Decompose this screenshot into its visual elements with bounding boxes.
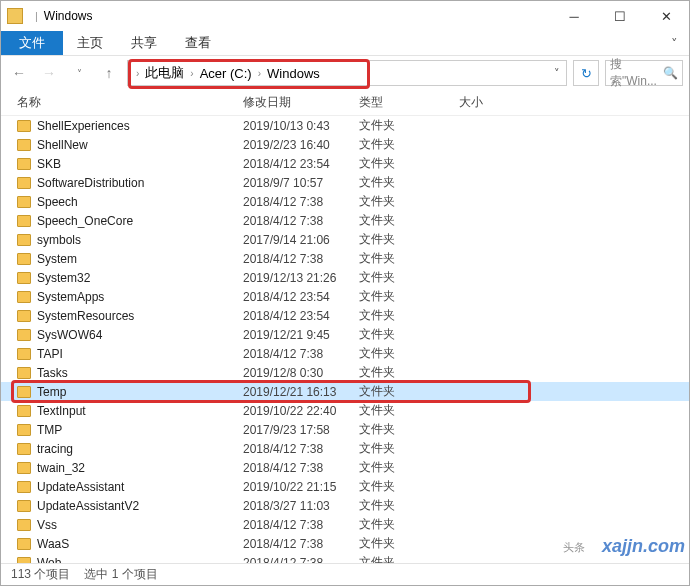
- file-date: 2017/9/14 21:06: [243, 233, 359, 247]
- table-row[interactable]: WaaS2018/4/12 7:38文件夹: [1, 534, 689, 553]
- file-date: 2019/2/23 16:40: [243, 138, 359, 152]
- file-date: 2019/12/21 16:13: [243, 385, 359, 399]
- explorer-window: | Windows ─ ☐ ✕ 文件 主页 共享 查看 ˅ ← → ˅ ↑ › …: [0, 0, 690, 586]
- folder-icon: [17, 291, 31, 303]
- table-row[interactable]: TMP2017/9/23 17:58文件夹: [1, 420, 689, 439]
- recent-dropdown-icon[interactable]: ˅: [67, 61, 91, 85]
- crumb-root[interactable]: 此电脑: [141, 64, 188, 82]
- folder-icon: [17, 443, 31, 455]
- tab-share[interactable]: 共享: [117, 31, 171, 55]
- file-date: 2019/12/21 9:45: [243, 328, 359, 342]
- file-type: 文件夹: [359, 497, 459, 514]
- crumb-drive[interactable]: Acer (C:): [196, 66, 256, 81]
- nav-row: ← → ˅ ↑ › 此电脑 › Acer (C:) › Windows ˅ ↻ …: [1, 56, 689, 90]
- folder-icon: [17, 500, 31, 512]
- col-date[interactable]: 修改日期: [243, 94, 359, 111]
- folder-icon: [7, 8, 23, 24]
- file-name: TAPI: [37, 347, 243, 361]
- close-button[interactable]: ✕: [643, 1, 689, 31]
- address-bar[interactable]: › 此电脑 › Acer (C:) › Windows ˅: [127, 60, 567, 86]
- file-name: Vss: [37, 518, 243, 532]
- file-date: 2018/4/12 23:54: [243, 290, 359, 304]
- file-name: twain_32: [37, 461, 243, 475]
- file-type: 文件夹: [359, 516, 459, 533]
- table-row[interactable]: tracing2018/4/12 7:38文件夹: [1, 439, 689, 458]
- file-name: UpdateAssistantV2: [37, 499, 243, 513]
- file-date: 2019/12/13 21:26: [243, 271, 359, 285]
- file-date: 2018/4/12 23:54: [243, 157, 359, 171]
- table-row[interactable]: System322019/12/13 21:26文件夹: [1, 268, 689, 287]
- folder-icon: [17, 462, 31, 474]
- maximize-button[interactable]: ☐: [597, 1, 643, 31]
- file-type: 文件夹: [359, 459, 459, 476]
- table-row[interactable]: ShellNew2019/2/23 16:40文件夹: [1, 135, 689, 154]
- up-button[interactable]: ↑: [97, 61, 121, 85]
- status-count: 113 个项目: [11, 566, 70, 583]
- file-type: 文件夹: [359, 250, 459, 267]
- table-row[interactable]: Tasks2019/12/8 0:30文件夹: [1, 363, 689, 382]
- back-button[interactable]: ←: [7, 61, 31, 85]
- file-name: Speech: [37, 195, 243, 209]
- file-type: 文件夹: [359, 402, 459, 419]
- table-row[interactable]: UpdateAssistantV22018/3/27 11:03文件夹: [1, 496, 689, 515]
- col-size[interactable]: 大小: [459, 94, 539, 111]
- folder-icon: [17, 215, 31, 227]
- folder-icon: [17, 519, 31, 531]
- forward-button[interactable]: →: [37, 61, 61, 85]
- file-date: 2018/4/12 7:38: [243, 252, 359, 266]
- folder-icon: [17, 367, 31, 379]
- folder-icon: [17, 234, 31, 246]
- file-type: 文件夹: [359, 117, 459, 134]
- table-row[interactable]: SysWOW642019/12/21 9:45文件夹: [1, 325, 689, 344]
- file-type: 文件夹: [359, 193, 459, 210]
- table-row[interactable]: Vss2018/4/12 7:38文件夹: [1, 515, 689, 534]
- tab-home[interactable]: 主页: [63, 31, 117, 55]
- refresh-button[interactable]: ↻: [573, 60, 599, 86]
- search-input[interactable]: 搜索"Win... 🔍: [605, 60, 683, 86]
- tab-file[interactable]: 文件: [1, 31, 63, 55]
- window-title: Windows: [44, 9, 93, 23]
- file-name: SoftwareDistribution: [37, 176, 243, 190]
- file-type: 文件夹: [359, 231, 459, 248]
- folder-icon: [17, 272, 31, 284]
- table-row[interactable]: SoftwareDistribution2018/9/7 10:57文件夹: [1, 173, 689, 192]
- tab-view[interactable]: 查看: [171, 31, 225, 55]
- address-dropdown-icon[interactable]: ˅: [554, 67, 560, 80]
- file-date: 2018/3/27 11:03: [243, 499, 359, 513]
- file-name: TMP: [37, 423, 243, 437]
- folder-icon: [17, 196, 31, 208]
- table-row[interactable]: TAPI2018/4/12 7:38文件夹: [1, 344, 689, 363]
- folder-icon: [17, 481, 31, 493]
- table-row[interactable]: Temp2019/12/21 16:13文件夹: [1, 382, 689, 401]
- table-row[interactable]: SKB2018/4/12 23:54文件夹: [1, 154, 689, 173]
- file-type: 文件夹: [359, 307, 459, 324]
- table-row[interactable]: SystemResources2018/4/12 23:54文件夹: [1, 306, 689, 325]
- col-name[interactable]: 名称: [17, 94, 243, 111]
- table-row[interactable]: System2018/4/12 7:38文件夹: [1, 249, 689, 268]
- table-row[interactable]: UpdateAssistant2019/10/22 21:15文件夹: [1, 477, 689, 496]
- file-date: 2018/4/12 7:38: [243, 214, 359, 228]
- column-headers: 名称 修改日期 类型 大小: [1, 90, 689, 116]
- file-type: 文件夹: [359, 288, 459, 305]
- file-type: 文件夹: [359, 440, 459, 457]
- file-name: SystemResources: [37, 309, 243, 323]
- col-type[interactable]: 类型: [359, 94, 459, 111]
- table-row[interactable]: SystemApps2018/4/12 23:54文件夹: [1, 287, 689, 306]
- chevron-right-icon: ›: [188, 68, 195, 79]
- table-row[interactable]: Speech2018/4/12 7:38文件夹: [1, 192, 689, 211]
- table-row[interactable]: twain_322018/4/12 7:38文件夹: [1, 458, 689, 477]
- file-name: symbols: [37, 233, 243, 247]
- file-name: Temp: [37, 385, 243, 399]
- file-name: System32: [37, 271, 243, 285]
- file-date: 2018/4/12 7:38: [243, 537, 359, 551]
- table-row[interactable]: symbols2017/9/14 21:06文件夹: [1, 230, 689, 249]
- file-type: 文件夹: [359, 174, 459, 191]
- chevron-right-icon: ›: [134, 68, 141, 79]
- ribbon-expand-icon[interactable]: ˅: [659, 31, 689, 55]
- crumb-folder[interactable]: Windows: [263, 66, 324, 81]
- table-row[interactable]: TextInput2019/10/22 22:40文件夹: [1, 401, 689, 420]
- table-row[interactable]: Speech_OneCore2018/4/12 7:38文件夹: [1, 211, 689, 230]
- table-row[interactable]: ShellExperiences2019/10/13 0:43文件夹: [1, 116, 689, 135]
- minimize-button[interactable]: ─: [551, 1, 597, 31]
- folder-icon: [17, 310, 31, 322]
